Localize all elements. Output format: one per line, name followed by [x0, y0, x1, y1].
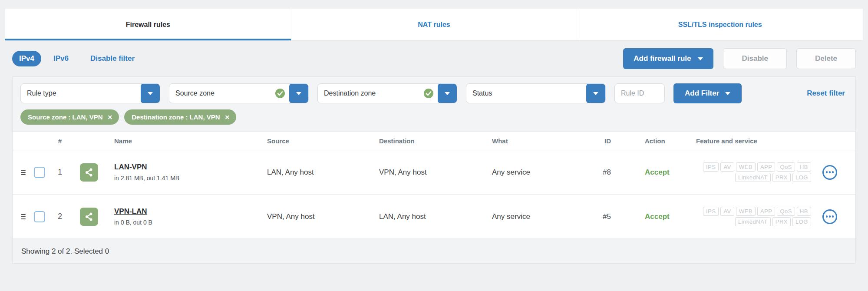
feature-badges: IPS AV WEB APP QoS HB LinkedNAT PRX LOG — [703, 207, 811, 226]
badge-linkednat: LinkedNAT — [735, 217, 771, 226]
chevron-down-icon[interactable] — [141, 83, 160, 103]
share-icon — [80, 163, 98, 182]
badge-ips: IPS — [703, 162, 719, 172]
showing-count-text: Showing 2 of 2. Selected 0 — [21, 247, 109, 256]
header-source: Source — [257, 137, 369, 145]
ipv6-toggle[interactable]: IPv6 — [53, 54, 69, 63]
tab-label: Firewall rules — [126, 21, 170, 29]
add-firewall-rule-label: Add firewall rule — [634, 54, 691, 63]
check-circle-icon — [423, 88, 434, 99]
disable-button[interactable]: Disable — [723, 48, 786, 69]
rule-action-status: Accept — [615, 212, 670, 221]
close-icon[interactable]: ✕ — [225, 114, 230, 120]
ipv4-toggle[interactable]: IPv4 — [12, 51, 41, 66]
badge-av: AV — [720, 207, 734, 216]
feature-badges: IPS AV WEB APP QoS HB LinkedNAT PRX LOG — [703, 162, 811, 182]
row-number: 2 — [49, 212, 71, 221]
rules-panel: Rule type Source zone Destination zone S… — [12, 76, 856, 264]
row-menu-ellipsis-icon[interactable] — [822, 209, 837, 224]
badge-qos: QoS — [777, 207, 795, 216]
rule-source: VPN, Any host — [257, 212, 369, 221]
rule-source: LAN, Any host — [257, 168, 369, 177]
drag-handle-icon[interactable] — [13, 214, 30, 219]
table-row: 2 VPN-LAN in 0 B, out 0 B VPN, Any host … — [13, 195, 855, 239]
badge-qos: QoS — [777, 162, 795, 172]
badge-prx: PRX — [772, 173, 791, 182]
row-menu-ellipsis-icon[interactable] — [822, 165, 837, 180]
close-icon[interactable]: ✕ — [108, 114, 113, 120]
destination-zone-label: Destination zone — [318, 89, 423, 97]
chevron-down-icon[interactable] — [438, 83, 457, 103]
header-name: Name — [102, 137, 257, 145]
tab-bar: Firewall rules NAT rules SSL/TLS inspect… — [5, 9, 863, 41]
tab-nat-rules[interactable]: NAT rules — [291, 9, 577, 40]
header-feature-and-service: Feature and service — [670, 137, 855, 145]
rule-name-link[interactable]: LAN-VPN — [114, 163, 147, 172]
header-action: Action — [615, 137, 670, 145]
badge-web: WEB — [736, 162, 756, 172]
rule-what: Any service — [481, 168, 581, 177]
header-destination: Destination — [369, 137, 481, 145]
table-header: # Name Source Destination What ID Action… — [13, 132, 855, 150]
rule-destination: VPN, Any host — [369, 168, 481, 177]
reset-filter-link[interactable]: Reset filter — [807, 89, 848, 98]
rule-destination: LAN, Any host — [369, 212, 481, 221]
rule-type-dropdown[interactable]: Rule type — [20, 83, 160, 103]
rule-type-label: Rule type — [21, 89, 141, 97]
delete-button[interactable]: Delete — [796, 48, 856, 69]
status-label: Status — [466, 89, 586, 97]
rule-id-input[interactable] — [614, 83, 665, 103]
badge-av: AV — [720, 162, 734, 172]
badge-ips: IPS — [703, 207, 719, 216]
firewall-rules-table: # Name Source Destination What ID Action… — [13, 132, 855, 263]
chevron-down-icon[interactable] — [586, 83, 605, 103]
add-firewall-rule-button[interactable]: Add firewall rule — [623, 48, 713, 69]
badge-app: APP — [757, 207, 776, 216]
tab-label: NAT rules — [418, 21, 450, 29]
add-filter-button[interactable]: Add Filter — [673, 83, 742, 103]
badge-hb: HB — [797, 162, 811, 172]
header-id: ID — [581, 137, 615, 145]
table-footer: Showing 2 of 2. Selected 0 — [13, 239, 855, 263]
active-filter-chips: Source zone : LAN, VPN ✕ Destination zon… — [13, 103, 855, 132]
tab-ssl-tls-inspection-rules[interactable]: SSL/TLS inspection rules — [577, 9, 863, 40]
share-icon — [80, 208, 98, 226]
disable-filter-link[interactable]: Disable filter — [90, 54, 135, 63]
source-zone-label: Source zone — [169, 89, 275, 97]
tab-label: SSL/TLS inspection rules — [678, 21, 762, 29]
badge-linkednat: LinkedNAT — [735, 173, 771, 182]
row-number: 1 — [49, 168, 71, 177]
rule-action-status: Accept — [615, 168, 670, 177]
badge-log: LOG — [792, 173, 811, 182]
destination-zone-dropdown[interactable]: Destination zone — [317, 83, 457, 103]
header-number: # — [49, 137, 71, 145]
row-checkbox[interactable] — [34, 211, 45, 222]
add-filter-label: Add Filter — [685, 89, 719, 98]
toolbar: IPv4 IPv6 Disable filter Add firewall ru… — [12, 41, 856, 76]
badge-app: APP — [757, 162, 776, 172]
chevron-down-icon — [725, 92, 730, 95]
check-circle-icon — [275, 88, 285, 99]
rule-what: Any service — [481, 212, 581, 221]
badge-prx: PRX — [772, 217, 791, 226]
badge-web: WEB — [736, 207, 756, 216]
chevron-down-icon — [698, 57, 703, 60]
chip-label: Destination zone : LAN, VPN — [132, 113, 220, 121]
source-zone-dropdown[interactable]: Source zone — [169, 83, 309, 103]
header-what: What — [481, 137, 581, 145]
filter-chip-source-zone: Source zone : LAN, VPN ✕ — [20, 109, 119, 125]
filter-chip-destination-zone: Destination zone : LAN, VPN ✕ — [124, 109, 236, 125]
filter-row: Rule type Source zone Destination zone S… — [13, 77, 855, 103]
table-row: 1 LAN-VPN in 2.81 MB, out 1.41 MB LAN, A… — [13, 150, 855, 195]
tab-firewall-rules[interactable]: Firewall rules — [5, 9, 291, 40]
chevron-down-icon[interactable] — [289, 83, 308, 103]
drag-handle-icon[interactable] — [13, 170, 30, 175]
badge-log: LOG — [792, 217, 811, 226]
row-checkbox[interactable] — [34, 167, 45, 178]
rule-traffic-stats: in 0 B, out 0 B — [114, 219, 257, 226]
rule-id: #8 — [581, 168, 615, 177]
status-dropdown[interactable]: Status — [466, 83, 606, 103]
rule-traffic-stats: in 2.81 MB, out 1.41 MB — [114, 175, 257, 182]
chip-label: Source zone : LAN, VPN — [28, 113, 103, 121]
rule-name-link[interactable]: VPN-LAN — [114, 207, 147, 216]
